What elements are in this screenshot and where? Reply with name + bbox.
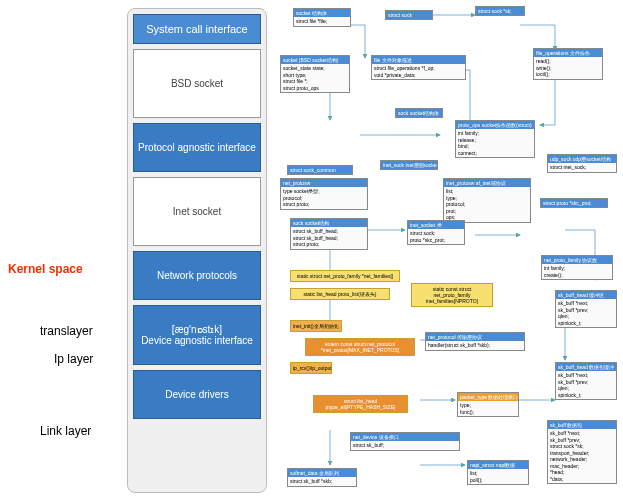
label-iplayer: Ip layer xyxy=(54,352,93,366)
box-protoops: proto_ops socket操作函数(struct)int family; … xyxy=(455,120,535,158)
y-inetprotos: extern const struct net_protocol *inet_p… xyxy=(305,338,415,356)
label-translayer: translayer xyxy=(40,324,93,338)
box-inetsock25: inet_sock inet层面socket xyxy=(380,160,438,170)
box-netprotocol: net_protocol 传输层协议handler(struct sk_buff… xyxy=(425,332,525,351)
protocol-stack: System call interface BSD socket Protoco… xyxy=(127,8,267,493)
box-netdevice: net_device 设备接口struct sk_buff; xyxy=(350,432,460,451)
box-skcprot: struct proto *skc_prot; xyxy=(540,198,608,208)
box-skbuffhead16: sk_buff_head 缓冲区sk_buff *next; sk_buff *… xyxy=(555,290,617,328)
box-sock6: sock socket结构体 xyxy=(395,108,443,118)
box-file: file 文件对象描述struct file_operations *f_op;… xyxy=(371,55,466,80)
stack-title: System call interface xyxy=(133,14,261,44)
box-socket1: socket 结构体struct file *file; xyxy=(293,8,351,27)
box-inetprotosw: inet_protosw af_inet域协议list; type; proto… xyxy=(443,178,531,223)
label-kernel: Kernel space xyxy=(8,262,83,276)
y-inetinit: inet_init()全局初始化 xyxy=(290,320,342,332)
box-bsd-socket: socket (BSD socket结构)socket_state state;… xyxy=(280,55,350,93)
label-linklayer: Link layer xyxy=(40,424,91,438)
y-iprcv: ip_rcv()/ip_output xyxy=(290,362,332,374)
stack-device-agnostic: [æg'nɒstɪk] Device agnostic interface xyxy=(133,305,261,365)
y-protolist: static list_head proto_list(链表头) xyxy=(290,288,390,300)
box-skbuffhead18: sk_buff_head 数据包缓冲sk_buff *next; sk_buff… xyxy=(555,362,617,400)
stack-bsd: BSD socket xyxy=(133,49,261,118)
box-softnet: softnet_data 全局队列struct sk_buff *skb; xyxy=(287,468,357,487)
box-netprotosw24: net_protoswtype socket类型; protocol; stru… xyxy=(280,178,368,210)
box-udpsock: udp_sock udp层socket结构struct inet_sock; xyxy=(547,154,617,173)
y-netfamilies: static struct net_proto_family *net_fami… xyxy=(290,270,400,282)
y-inetfam: static const struct net_proto_family ine… xyxy=(411,283,493,307)
box-sock-sk: struct sock *sk; xyxy=(475,6,525,16)
box-sockcommon: struct sock_common xyxy=(287,165,353,175)
box-skbuff: sk_buff 数据包sk_buff *next; sk_buff *prev;… xyxy=(547,420,617,484)
struct-diagram: socket 结构体struct file *file; struct sock… xyxy=(275,0,623,500)
box-inetsocket: inet_socket 类struct sock; proto *skc_pro… xyxy=(407,220,465,245)
box-napi: napi_struct napi数据list; poll(); xyxy=(467,460,529,485)
y-ptypeall: struct list_head ptype_all[PTYPE_HASH_SI… xyxy=(313,395,408,413)
box-packettype: packet_type 数据处理接口type; func(); xyxy=(457,392,519,417)
stack-protocol-agnostic: Protocol agnostic interface xyxy=(133,123,261,172)
stack-network: Network protocols xyxy=(133,251,261,300)
box-sock14: sock socket结构struct sk_buff_head; struct… xyxy=(290,218,368,250)
stack-drivers: Device drivers xyxy=(133,370,261,419)
stack-inet: Inet socket xyxy=(133,177,261,246)
box-netprotofam: net_proto_family 协议族int family; create()… xyxy=(541,255,613,280)
box-fileops: file_operations 文件操作read(); write(); ioc… xyxy=(533,48,603,80)
box-structsock: struct sock xyxy=(385,10,433,20)
